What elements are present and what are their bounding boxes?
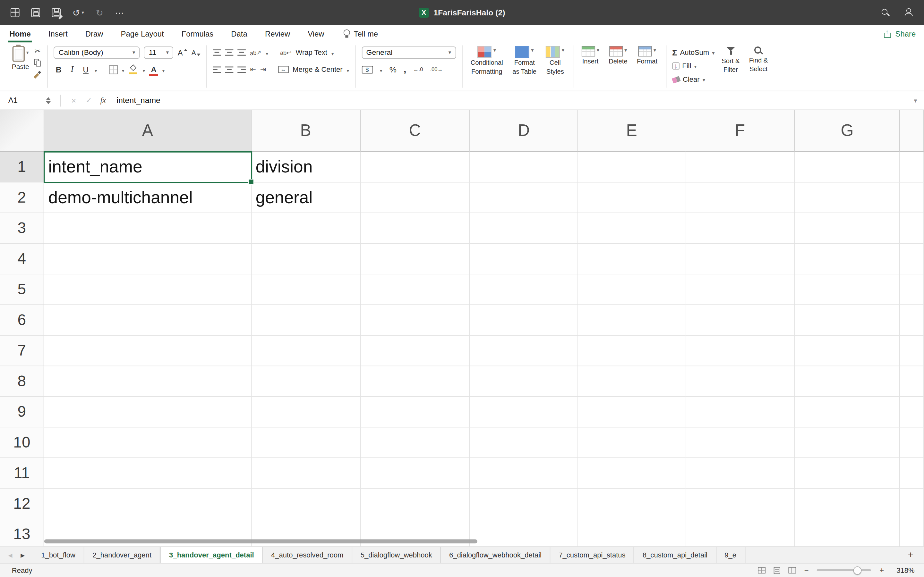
- cell-E9[interactable]: [578, 397, 685, 428]
- decrease-decimal-icon[interactable]: .00→: [430, 67, 443, 73]
- sheet-tab-7-custom-api-status[interactable]: 7_custom_api_status: [551, 547, 635, 563]
- font-color-icon[interactable]: A: [149, 66, 158, 73]
- add-sheet-button[interactable]: +: [897, 547, 924, 563]
- cell-E1[interactable]: [578, 152, 685, 183]
- row-header-3[interactable]: 3: [0, 213, 44, 244]
- cell-A7[interactable]: [44, 335, 252, 366]
- cell-B8[interactable]: [252, 366, 360, 397]
- cell-B11[interactable]: [252, 458, 360, 489]
- tab-formulas[interactable]: Formulas: [180, 25, 215, 42]
- tab-view[interactable]: View: [307, 25, 326, 42]
- cell-C4[interactable]: [360, 243, 470, 274]
- conditional-formatting-button[interactable]: Conditional Formatting: [468, 45, 505, 76]
- cell-E2[interactable]: [578, 182, 685, 213]
- cell-C1[interactable]: [360, 152, 470, 183]
- cell-E10[interactable]: [578, 427, 685, 458]
- horizontal-scrollbar[interactable]: [44, 539, 477, 543]
- cell-D4[interactable]: [470, 243, 578, 274]
- cell-A9[interactable]: [44, 397, 252, 428]
- wrap-text-label[interactable]: Wrap Text: [296, 48, 327, 57]
- cell-G4[interactable]: [795, 243, 900, 274]
- cell-G6[interactable]: [795, 305, 900, 335]
- select-all-corner[interactable]: [0, 110, 44, 152]
- align-middle-icon[interactable]: [225, 49, 234, 55]
- more-commands-icon[interactable]: ⋯: [115, 8, 124, 17]
- cell-A3[interactable]: [44, 213, 252, 244]
- undo-button[interactable]: ↺ ▾: [73, 8, 84, 17]
- chevron-down-icon[interactable]: [331, 47, 334, 58]
- cell-C2[interactable]: [360, 182, 470, 213]
- increase-font-size-button[interactable]: A: [178, 48, 188, 57]
- zoom-in-icon[interactable]: +: [879, 566, 884, 575]
- sheet-tab-6-dialogflow-webhook-detail[interactable]: 6_dialogflow_webhook_detail: [441, 547, 550, 563]
- cell-G5[interactable]: [795, 274, 900, 305]
- orientation-icon[interactable]: ab↗: [250, 49, 262, 56]
- format-cells-button[interactable]: Format: [635, 45, 660, 66]
- format-as-table-button[interactable]: Format as Table: [510, 45, 539, 76]
- cell-overflow-11[interactable]: [900, 458, 924, 489]
- save-icon[interactable]: [31, 8, 40, 17]
- cancel-icon[interactable]: ×: [71, 95, 76, 105]
- cell-B10[interactable]: [252, 427, 360, 458]
- chevron-down-icon[interactable]: [162, 64, 165, 75]
- cell-D11[interactable]: [470, 458, 578, 489]
- cell-C6[interactable]: [360, 305, 470, 335]
- cell-styles-button[interactable]: Cell Styles: [543, 45, 567, 76]
- autosum-button[interactable]: Σ AutoSum: [672, 47, 714, 58]
- cell-D7[interactable]: [470, 335, 578, 366]
- name-box[interactable]: A1: [0, 96, 46, 105]
- font-name-select[interactable]: Calibri (Body): [54, 46, 140, 59]
- cell-G9[interactable]: [795, 397, 900, 428]
- cell-C5[interactable]: [360, 274, 470, 305]
- cell-D2[interactable]: [470, 182, 578, 213]
- cell-B7[interactable]: [252, 335, 360, 366]
- sheet-tab-4-auto-resolved-room[interactable]: 4_auto_resolved_room: [263, 547, 352, 563]
- cell-B6[interactable]: [252, 305, 360, 335]
- cell-overflow-2[interactable]: [900, 182, 924, 213]
- increase-decimal-icon[interactable]: ←.0: [413, 67, 423, 73]
- fill-color-icon[interactable]: [128, 65, 138, 74]
- cell-F6[interactable]: [686, 305, 795, 335]
- row-header-11[interactable]: 11: [0, 458, 44, 489]
- tab-home[interactable]: Home: [8, 25, 32, 42]
- cell-B5[interactable]: [252, 274, 360, 305]
- decrease-indent-icon[interactable]: ⇤: [250, 65, 256, 74]
- insert-function-icon[interactable]: fx: [100, 95, 106, 105]
- cell-F11[interactable]: [686, 458, 795, 489]
- column-header-D[interactable]: D: [470, 110, 578, 152]
- cell-G3[interactable]: [795, 213, 900, 244]
- cell-B2[interactable]: general: [252, 182, 360, 213]
- cell-D6[interactable]: [470, 305, 578, 335]
- cell-F7[interactable]: [686, 335, 795, 366]
- merge-center-label[interactable]: Merge & Center: [292, 65, 342, 74]
- cell-overflow-9[interactable]: [900, 397, 924, 428]
- cell-F2[interactable]: [686, 182, 795, 213]
- expand-formula-bar-icon[interactable]: ▼: [913, 97, 918, 103]
- cell-A4[interactable]: [44, 243, 252, 274]
- cell-A6[interactable]: [44, 305, 252, 335]
- chevron-down-icon[interactable]: [122, 64, 124, 75]
- cell-C3[interactable]: [360, 213, 470, 244]
- cell-A1[interactable]: intent_name: [44, 152, 252, 183]
- borders-icon[interactable]: [109, 65, 118, 74]
- share-button[interactable]: Share: [884, 25, 916, 42]
- cell-F10[interactable]: [686, 427, 795, 458]
- zoom-out-icon[interactable]: −: [804, 566, 809, 575]
- cell-A5[interactable]: [44, 274, 252, 305]
- chevron-down-icon[interactable]: ▾: [82, 10, 84, 15]
- cell-B12[interactable]: [252, 488, 360, 519]
- cell-F4[interactable]: [686, 243, 795, 274]
- cell-D12[interactable]: [470, 488, 578, 519]
- insert-cells-button[interactable]: Insert: [579, 45, 602, 66]
- cell-D1[interactable]: [470, 152, 578, 183]
- percent-style-icon[interactable]: %: [389, 65, 397, 74]
- cell-A8[interactable]: [44, 366, 252, 397]
- cell-E7[interactable]: [578, 335, 685, 366]
- cell-overflow-12[interactable]: [900, 488, 924, 519]
- cell-overflow-5[interactable]: [900, 274, 924, 305]
- cell-F5[interactable]: [686, 274, 795, 305]
- chevron-down-icon[interactable]: [380, 64, 383, 75]
- cell-C12[interactable]: [360, 488, 470, 519]
- row-header-10[interactable]: 10: [0, 427, 44, 458]
- find-select-button[interactable]: Find & Select: [747, 45, 771, 74]
